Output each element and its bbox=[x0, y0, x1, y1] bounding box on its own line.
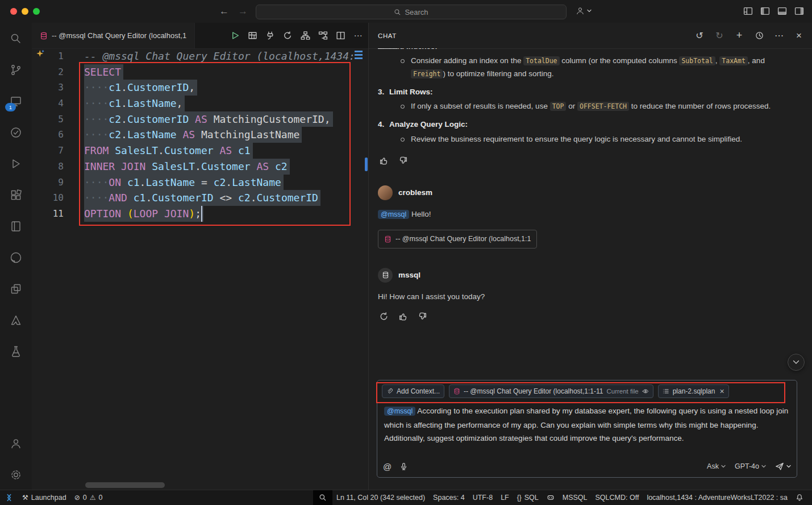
mention-chip[interactable]: @mssql bbox=[378, 210, 409, 219]
extensions-icon bbox=[9, 188, 23, 202]
code-text: OPTION (LOOP JOIN); bbox=[84, 206, 203, 222]
eol-status[interactable]: LF bbox=[497, 490, 513, 505]
back-button[interactable]: ← bbox=[219, 6, 229, 17]
horizontal-scrollbar[interactable] bbox=[85, 482, 165, 488]
activity-testing[interactable] bbox=[0, 117, 32, 148]
query-plan-icon bbox=[318, 31, 328, 40]
cursor-position-status[interactable]: Ln 11, Col 20 (342 selected) bbox=[332, 490, 429, 505]
customize-layout-icon[interactable] bbox=[743, 6, 753, 16]
zoom-indicator[interactable] bbox=[313, 490, 332, 505]
remove-chip-button[interactable]: × bbox=[719, 387, 724, 395]
model-selector[interactable]: GPT-4o bbox=[735, 462, 766, 470]
encoding-status[interactable]: UTF-8 bbox=[469, 490, 497, 505]
editor-tab[interactable]: -- @mssql Chat Query Editor (localhost,1 bbox=[32, 23, 195, 48]
code-line[interactable]: 8INNER JOIN SalesLT.Customer AS c2 bbox=[32, 159, 368, 175]
command-center-search[interactable]: Search bbox=[256, 5, 567, 19]
toggle-secondary-sidebar-icon[interactable] bbox=[794, 6, 804, 16]
line-number: 6 bbox=[32, 127, 64, 143]
results-grid-button[interactable] bbox=[245, 29, 259, 43]
code-line[interactable]: 10····AND c1.CustomerID <> c2.CustomerID bbox=[32, 190, 368, 206]
copilot-sparkle-icon[interactable] bbox=[36, 49, 45, 58]
code-line[interactable]: 4····c1.LastName, bbox=[32, 96, 368, 111]
remote-indicator[interactable] bbox=[0, 490, 18, 505]
estimated-plan-button[interactable] bbox=[316, 29, 330, 43]
code-line[interactable]: 7FROM SalesLT.Customer AS c1 bbox=[32, 143, 368, 159]
code-line[interactable]: 11OPTION (LOOP JOIN); bbox=[32, 206, 368, 222]
indentation-status[interactable]: Spaces: 4 bbox=[429, 490, 469, 505]
change-connection-button[interactable] bbox=[281, 29, 294, 43]
context-chip[interactable]: -- @mssql Chat Query Editor (localhost,1… bbox=[449, 384, 653, 398]
context-chip[interactable]: Add Context... bbox=[382, 384, 444, 398]
chat-tab[interactable]: CHAT bbox=[378, 23, 397, 49]
redo-icon[interactable]: ↻ bbox=[713, 30, 726, 42]
activity-github[interactable] bbox=[0, 242, 32, 273]
overview-ruler-mark bbox=[355, 57, 363, 59]
sqlcmd-status[interactable]: SQLCMD: Off bbox=[592, 490, 643, 505]
mssql-status[interactable]: MSSQL bbox=[559, 490, 592, 505]
connection-status[interactable]: localhost,1434 : AdventureWorksLT2022 : … bbox=[643, 490, 792, 505]
microphone-icon[interactable] bbox=[399, 462, 408, 471]
more-actions-icon[interactable]: ⋯ bbox=[773, 30, 785, 42]
split-editor-button[interactable] bbox=[334, 29, 347, 43]
code-editor[interactable]: 1-- @mssql Chat Query Editor (localhost,… bbox=[32, 48, 368, 490]
activity-source-control[interactable] bbox=[0, 54, 32, 85]
context-chip[interactable]: plan-2.sqlplan× bbox=[658, 384, 729, 398]
code-line[interactable]: 3····c1.CustomerID, bbox=[32, 80, 368, 96]
mention-chip[interactable]: @mssql bbox=[384, 407, 415, 416]
language-mode-status[interactable]: {}SQL bbox=[513, 490, 543, 505]
activity-search[interactable] bbox=[0, 23, 32, 54]
activity-sql-projects[interactable] bbox=[0, 336, 32, 367]
toggle-panel-icon[interactable] bbox=[777, 6, 787, 16]
schema-visualization-button[interactable] bbox=[298, 29, 312, 43]
thumbs-down-button[interactable] bbox=[417, 311, 428, 322]
minimize-window-button[interactable] bbox=[22, 8, 28, 15]
code-line[interactable]: 9····ON c1.LastName = c2.LastName bbox=[32, 175, 368, 191]
code-line[interactable]: 1-- @mssql Chat Query Editor (localhost,… bbox=[32, 48, 368, 64]
chat-input-container[interactable]: Add Context...-- @mssql Chat Query Edito… bbox=[377, 380, 797, 478]
overview-ruler-mark bbox=[355, 54, 363, 56]
zoom-window-button[interactable] bbox=[33, 8, 40, 15]
activity-remote-explorer[interactable]: 1 bbox=[0, 85, 32, 117]
line-number: 5 bbox=[32, 111, 64, 127]
thumbs-up-button[interactable] bbox=[397, 311, 409, 322]
activity-settings[interactable] bbox=[0, 459, 32, 490]
code-text: ····c1.CustomerID, bbox=[84, 80, 197, 96]
copilot-status[interactable] bbox=[543, 490, 559, 505]
more-editor-actions-button[interactable]: ⋯ bbox=[351, 29, 365, 43]
forward-button[interactable]: → bbox=[238, 6, 248, 17]
close-panel-icon[interactable]: × bbox=[793, 30, 805, 42]
mention-icon[interactable]: @ bbox=[383, 462, 392, 471]
refresh-connection-icon bbox=[283, 31, 293, 40]
message-attachment-chip[interactable]: -- @mssql Chat Query Editor (localhost,1… bbox=[378, 230, 537, 248]
send-button[interactable] bbox=[775, 462, 791, 471]
activity-window-copy[interactable] bbox=[0, 273, 32, 304]
activity-accounts[interactable] bbox=[0, 428, 32, 459]
code-line[interactable]: 2SELECT bbox=[32, 64, 368, 80]
profile-button[interactable] bbox=[575, 6, 592, 16]
run-query-button[interactable] bbox=[228, 29, 241, 43]
launchpad-status[interactable]: ⚒Launchpad bbox=[18, 490, 70, 505]
close-window-button[interactable] bbox=[10, 8, 17, 15]
activity-notebooks[interactable] bbox=[0, 210, 32, 242]
new-chat-icon[interactable]: + bbox=[733, 30, 746, 42]
chat-input[interactable]: @mssql According to the execution plan s… bbox=[377, 402, 797, 445]
notifications-button[interactable] bbox=[792, 490, 807, 505]
scroll-down-button[interactable] bbox=[788, 354, 805, 371]
toggle-primary-sidebar-icon[interactable] bbox=[760, 6, 770, 16]
problems-status[interactable]: ⊘0 ⚠0 bbox=[70, 490, 107, 505]
thumbs-up-button[interactable] bbox=[378, 155, 389, 166]
activity-azure[interactable] bbox=[0, 304, 32, 336]
retry-button[interactable] bbox=[378, 311, 389, 322]
activity-extensions[interactable] bbox=[0, 179, 32, 210]
connect-button[interactable] bbox=[263, 29, 277, 43]
mode-selector[interactable]: Ask bbox=[707, 462, 726, 470]
thumbs-down-button[interactable] bbox=[397, 155, 409, 166]
undo-icon[interactable]: ↺ bbox=[693, 30, 706, 42]
activity-badge: 1 bbox=[5, 103, 16, 111]
activity-run-and-debug[interactable] bbox=[0, 148, 32, 179]
inline-code: OFFSET-FETCH bbox=[577, 102, 629, 111]
code-line[interactable]: 5····c2.CustomerID AS MatchingCustomerID… bbox=[32, 111, 368, 127]
history-icon[interactable] bbox=[753, 30, 765, 42]
list-item-number: 2. bbox=[378, 48, 389, 53]
code-line[interactable]: 6····c2.LastName AS MatchingLastName bbox=[32, 127, 368, 143]
